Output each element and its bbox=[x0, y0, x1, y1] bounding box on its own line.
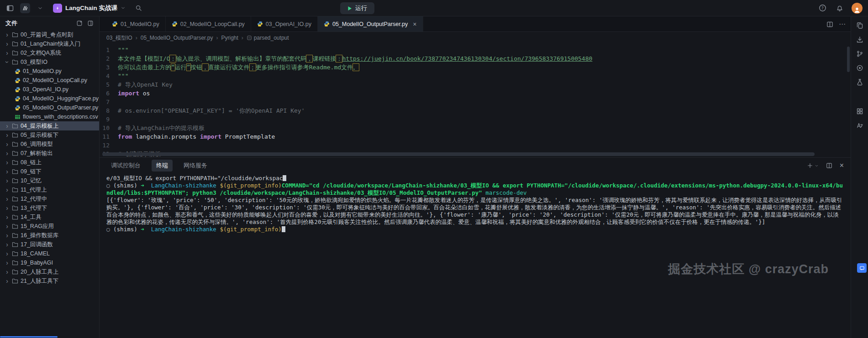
panel-tab-网络服务[interactable]: 网络服务 bbox=[179, 160, 212, 172]
workspace-chevron-icon[interactable] bbox=[35, 3, 46, 14]
more-actions-icon[interactable]: ⋯ bbox=[839, 20, 846, 28]
code-line-8: 8# os.environ["OPENAI_API_KEY"] = '你的Ope… bbox=[100, 106, 851, 115]
tree-item-label: 12_代理中 bbox=[21, 195, 47, 203]
tree-folder-18_CAMEL[interactable]: ›18_CAMEL bbox=[0, 249, 99, 258]
tree-file-04_ModelIO_HuggingFace.py[interactable]: 04_ModelIO_HuggingFace.py bbox=[0, 94, 99, 103]
new-terminal-icon[interactable] bbox=[807, 162, 819, 169]
code-line-3: 3你可以点击最上方的“运行”按钮，直接运行该文件；更多操作指引请参考Readme… bbox=[100, 63, 851, 72]
run-label: 运行 bbox=[355, 4, 367, 12]
tree-folder-10_记忆[interactable]: ›10_记忆 bbox=[0, 176, 99, 185]
editor-tab-01_ModelIO.py[interactable]: 01_ModelIO.py bbox=[106, 16, 166, 31]
sidebar-toggle-icon[interactable] bbox=[5, 3, 16, 14]
close-tab-icon[interactable]: × bbox=[413, 21, 416, 27]
breadcrumb-separator: › bbox=[136, 35, 137, 41]
tree-item-label: 18_CAMEL bbox=[21, 250, 50, 257]
tree-folder-06_调用模型[interactable]: ›06_调用模型 bbox=[0, 140, 99, 149]
svg-text:?: ? bbox=[821, 6, 824, 10]
project-switcher[interactable]: LangChain 实战课 bbox=[50, 2, 128, 14]
tree-folder-19_BabyAGI[interactable]: ›19_BabyAGI bbox=[0, 258, 99, 267]
copy-icon[interactable] bbox=[856, 22, 863, 29]
folder-icon bbox=[12, 132, 18, 138]
collapse-all-icon[interactable] bbox=[87, 20, 94, 26]
new-file-icon[interactable] bbox=[76, 20, 83, 26]
editor-hscrollbar-thumb[interactable] bbox=[102, 152, 815, 156]
chevron-icon: › bbox=[5, 241, 10, 248]
tree-folder-04_提示模板上[interactable]: ›04_提示模板上 bbox=[0, 121, 99, 130]
chevron-icon: › bbox=[5, 232, 10, 239]
tree-folder-09_链下[interactable]: ›09_链下 bbox=[0, 167, 99, 176]
notifications-bell-icon[interactable] bbox=[834, 3, 845, 14]
sidebar-scrollbar-thumb[interactable] bbox=[0, 336, 58, 338]
python-file-icon bbox=[172, 21, 178, 27]
run-button[interactable]: 运行 bbox=[340, 2, 374, 14]
panel-tab-调试控制台[interactable]: 调试控制台 bbox=[106, 160, 145, 172]
tree-file-03_OpenAI_IO.py[interactable]: 03_OpenAI_IO.py bbox=[0, 85, 99, 94]
translate-icon[interactable] bbox=[856, 122, 863, 129]
help-icon[interactable]: ? bbox=[817, 3, 828, 14]
course-link[interactable]: https://juejin.cn/book/73877023474361303… bbox=[342, 55, 592, 62]
tree-folder-20_人脉工具上[interactable]: ›20_人脉工具上 bbox=[0, 267, 99, 276]
tree-folder-08_链上[interactable]: ›08_链上 bbox=[0, 158, 99, 167]
close-panel-icon[interactable]: × bbox=[840, 162, 844, 169]
panel-tab-终端[interactable]: 终端 bbox=[152, 160, 173, 172]
tree-folder-00_开篇词_奇点时刻[interactable]: ›00_开篇词_奇点时刻 bbox=[0, 30, 99, 39]
terminal-line: [{'flower': '玫瑰', 'price': '50', 'descri… bbox=[106, 197, 844, 226]
tree-folder-11_代理上[interactable]: ›11_代理上 bbox=[0, 185, 99, 194]
terminal-output[interactable]: e/03_模型IO && export PYTHONPATH="/cloudid… bbox=[100, 173, 851, 234]
code-editor[interactable]: 1"""2本文件是【模型I/O：输入提示、调用模型、解析输出】章节的配套代码，课… bbox=[100, 44, 851, 157]
tree-folder-03_模型IO[interactable]: ›03_模型IO bbox=[0, 57, 99, 67]
code-line-9: 9 bbox=[100, 115, 851, 124]
editor-tab-05_ModelIO_OutputParser.py[interactable]: 05_ModelIO_OutputParser.py× bbox=[318, 16, 423, 31]
tree-item-label: 16_操作数据库 bbox=[21, 232, 58, 239]
chevron-icon: › bbox=[5, 150, 10, 156]
symbol-icon bbox=[247, 35, 252, 41]
editor-tab-03_OpenAI_IO.py[interactable]: 03_OpenAI_IO.py bbox=[251, 16, 318, 31]
tree-folder-12_代理中[interactable]: ›12_代理中 bbox=[0, 194, 99, 203]
code-line-1: 1""" bbox=[100, 46, 851, 54]
feedback-button[interactable] bbox=[857, 263, 867, 273]
breadcrumb-item-parsed_output[interactable]: parsed_output bbox=[247, 35, 289, 41]
tree-folder-17_回调函数[interactable]: ›17_回调函数 bbox=[0, 240, 99, 249]
line-number: 4 bbox=[100, 72, 118, 80]
breadcrumb-item-05_ModelIO_OutputParser.py[interactable]: 05_ModelIO_OutputParser.py bbox=[141, 35, 213, 41]
csv-file-icon bbox=[15, 114, 21, 120]
folder-icon bbox=[12, 214, 18, 220]
chevron-icon: › bbox=[5, 168, 10, 175]
tree-file-05_ModelIO_OutputParser.py[interactable]: 05_ModelIO_OutputParser.py bbox=[0, 103, 99, 112]
folder-icon bbox=[12, 59, 18, 65]
split-editor-icon[interactable] bbox=[826, 21, 833, 28]
tree-folder-16_操作数据库[interactable]: ›16_操作数据库 bbox=[0, 231, 99, 240]
project-icon bbox=[53, 4, 62, 13]
editor-vscrollbar-thumb[interactable] bbox=[847, 47, 850, 72]
breadcrumb-item-03_模型IO[interactable]: 03_模型IO bbox=[106, 34, 132, 42]
tree-folder-13_代理下[interactable]: ›13_代理下 bbox=[0, 203, 99, 213]
debug-icon[interactable] bbox=[856, 64, 863, 72]
flask-icon[interactable] bbox=[856, 78, 863, 86]
tab-label: 03_OpenAI_IO.py bbox=[266, 21, 311, 27]
folder-icon bbox=[12, 269, 18, 275]
grid-icon[interactable] bbox=[856, 108, 863, 115]
breadcrumb-item-Pyright[interactable]: Pyright bbox=[221, 35, 238, 41]
user-avatar[interactable] bbox=[852, 3, 863, 14]
tree-file-02_ModelIO_LoopCall.py[interactable]: 02_ModelIO_LoopCall.py bbox=[0, 76, 99, 85]
tree-file-01_ModelIO.py[interactable]: 01_ModelIO.py bbox=[0, 67, 99, 76]
terminal-line: ○ (shims) ➜ LangChain-shizhanke $(git_pr… bbox=[106, 182, 844, 197]
folder-icon bbox=[12, 141, 18, 147]
tree-file-flowers_with_descriptions.csv[interactable]: flowers_with_descriptions.csv bbox=[0, 112, 99, 121]
app-logo-icon[interactable] bbox=[20, 3, 30, 13]
tree-folder-21_人脉工具下[interactable]: ›21_人脉工具下 bbox=[0, 276, 99, 286]
git-branch-icon[interactable] bbox=[856, 50, 863, 57]
search-icon[interactable] bbox=[133, 3, 144, 14]
split-panel-icon[interactable] bbox=[826, 162, 832, 169]
python-file-icon bbox=[15, 68, 21, 74]
chevron-icon: › bbox=[5, 31, 10, 38]
tree-folder-14_工具[interactable]: ›14_工具 bbox=[0, 213, 99, 222]
right-activity-bar bbox=[851, 16, 868, 338]
tree-folder-05_提示模板下[interactable]: ›05_提示模板下 bbox=[0, 130, 99, 140]
tree-folder-07_解析输出[interactable]: ›07_解析输出 bbox=[0, 149, 99, 158]
tree-folder-15_RAG应用[interactable]: ›15_RAG应用 bbox=[0, 222, 99, 231]
editor-tab-02_ModelIO_LoopCall.py[interactable]: 02_ModelIO_LoopCall.py bbox=[166, 16, 251, 31]
tree-folder-01_LangChain快速入门[interactable]: ›01_LangChain快速入门 bbox=[0, 39, 99, 48]
download-icon[interactable] bbox=[856, 36, 863, 43]
tree-folder-02_文档QA系统[interactable]: ›02_文档QA系统 bbox=[0, 48, 99, 57]
